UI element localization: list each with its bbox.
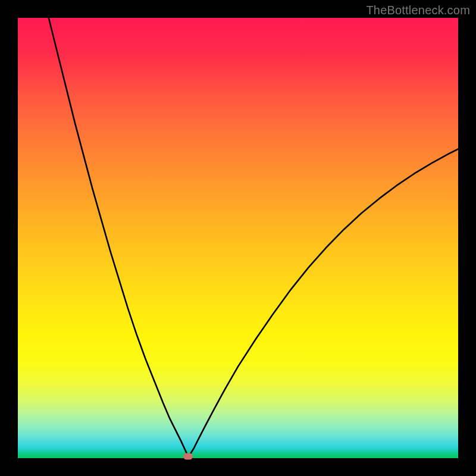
plot-area (18, 18, 458, 458)
watermark-text: TheBottleneck.com (366, 4, 470, 17)
curve-svg (18, 18, 458, 458)
bottleneck-marker (183, 453, 193, 460)
bottleneck-curve-right (188, 149, 458, 457)
chart-container: TheBottleneck.com (0, 0, 476, 476)
bottleneck-curve-left (49, 18, 189, 456)
